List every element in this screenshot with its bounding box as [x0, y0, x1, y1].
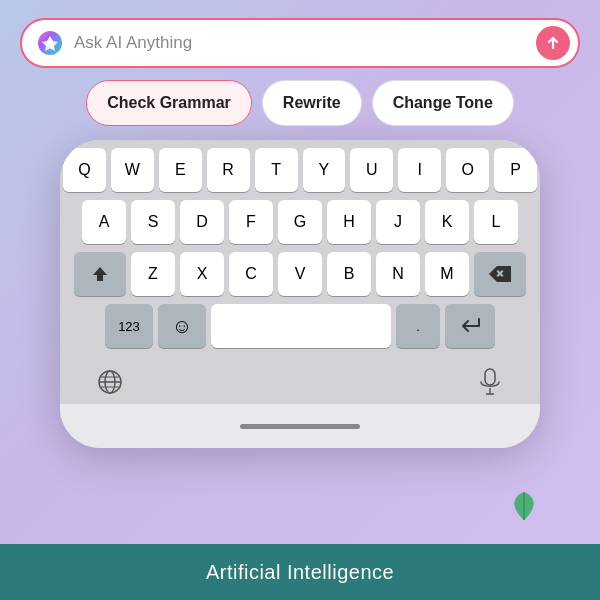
key-b[interactable]: B [327, 252, 371, 296]
numbers-key[interactable]: 123 [105, 304, 153, 348]
keyboard: Q W E R T Y U I O P A S D F G H J K [60, 140, 540, 362]
keyboard-toolbar [60, 362, 540, 404]
key-c[interactable]: C [229, 252, 273, 296]
leaf-decoration [510, 490, 538, 522]
phone-mockup: Q W E R T Y U I O P A S D F G H J K [60, 140, 540, 448]
return-key[interactable] [445, 304, 495, 348]
keyboard-row-2: A S D F G H J K L [63, 200, 537, 244]
top-area: Ask AI Anything Check Grammar Rewrite Ch… [0, 0, 600, 136]
delete-key[interactable] [474, 252, 526, 296]
bottom-banner: Artificial Intelligence [0, 544, 600, 600]
key-j[interactable]: J [376, 200, 420, 244]
key-r[interactable]: R [207, 148, 250, 192]
key-f[interactable]: F [229, 200, 273, 244]
key-d[interactable]: D [180, 200, 224, 244]
keyboard-row-1: Q W E R T Y U I O P [63, 148, 537, 192]
action-buttons-row: Check Grammar Rewrite Change Tone [20, 80, 580, 126]
key-o[interactable]: O [446, 148, 489, 192]
key-l[interactable]: L [474, 200, 518, 244]
key-a[interactable]: A [82, 200, 126, 244]
key-k[interactable]: K [425, 200, 469, 244]
svg-rect-7 [485, 369, 495, 385]
key-w[interactable]: W [111, 148, 154, 192]
check-grammar-button[interactable]: Check Grammar [86, 80, 252, 126]
key-u[interactable]: U [350, 148, 393, 192]
key-g[interactable]: G [278, 200, 322, 244]
main-container: Ask AI Anything Check Grammar Rewrite Ch… [0, 0, 600, 600]
microphone-icon[interactable] [470, 364, 510, 400]
submit-button[interactable] [536, 26, 570, 60]
ai-icon [36, 29, 64, 57]
rewrite-button[interactable]: Rewrite [262, 80, 362, 126]
svg-point-1 [47, 40, 53, 46]
change-tone-button[interactable]: Change Tone [372, 80, 514, 126]
key-t[interactable]: T [255, 148, 298, 192]
period-key[interactable]: . [396, 304, 440, 348]
key-e[interactable]: E [159, 148, 202, 192]
key-y[interactable]: Y [303, 148, 346, 192]
key-v[interactable]: V [278, 252, 322, 296]
emoji-key[interactable]: ☺ [158, 304, 206, 348]
key-z[interactable]: Z [131, 252, 175, 296]
key-s[interactable]: S [131, 200, 175, 244]
keyboard-row-3: Z X C V B N M [63, 252, 537, 296]
key-m[interactable]: M [425, 252, 469, 296]
globe-icon[interactable] [90, 364, 130, 400]
shift-key[interactable] [74, 252, 126, 296]
search-placeholder: Ask AI Anything [74, 33, 526, 53]
phone-bottom [60, 404, 540, 448]
key-p[interactable]: P [494, 148, 537, 192]
key-n[interactable]: N [376, 252, 420, 296]
home-indicator [240, 424, 360, 429]
key-i[interactable]: I [398, 148, 441, 192]
space-key[interactable] [211, 304, 391, 348]
key-q[interactable]: Q [63, 148, 106, 192]
key-h[interactable]: H [327, 200, 371, 244]
search-bar[interactable]: Ask AI Anything [20, 18, 580, 68]
keyboard-row-4: 123 ☺ . [63, 304, 537, 348]
banner-text: Artificial Intelligence [206, 561, 394, 584]
key-x[interactable]: X [180, 252, 224, 296]
